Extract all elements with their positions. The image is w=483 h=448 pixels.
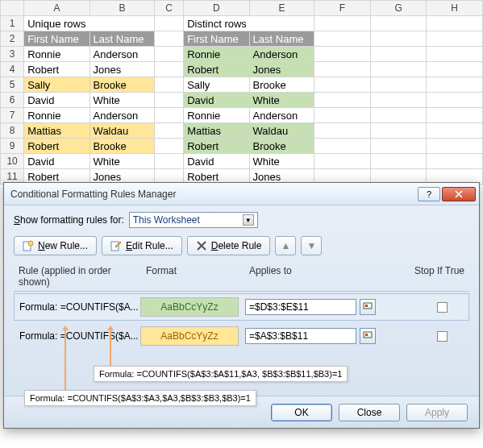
col-header-c[interactable]: C [155,1,184,16]
cell[interactable] [314,93,371,108]
cell[interactable]: Robert [184,139,249,154]
cell[interactable] [427,77,483,93]
header-first[interactable]: First Name [24,31,90,47]
col-header-f[interactable]: F [314,1,371,16]
cell[interactable] [427,93,483,108]
col-header-d[interactable]: D [184,1,249,16]
unique-title[interactable]: Unique rows [24,16,155,31]
cell[interactable] [155,77,184,93]
cell[interactable] [314,108,371,123]
cell[interactable] [370,108,427,123]
col-header-g[interactable]: G [370,1,427,16]
cell[interactable]: Sally [24,77,90,93]
cell[interactable] [155,154,184,169]
cell[interactable] [370,47,427,62]
row-header[interactable]: 5 [1,77,24,93]
help-button[interactable]: ? [418,187,440,201]
row-header[interactable]: 10 [1,154,24,169]
row-header[interactable]: 8 [1,123,24,139]
cell[interactable]: Mattias [184,123,249,139]
new-rule-button[interactable]: New Rule... [14,236,97,255]
row-header[interactable]: 9 [1,139,24,154]
cell[interactable] [155,93,184,108]
cell[interactable] [155,62,184,77]
cell[interactable] [427,139,483,154]
cell[interactable]: Anderson [249,47,314,62]
dialog-titlebar[interactable]: Conditional Formatting Rules Manager ? [4,183,479,205]
cell[interactable]: Ronnie [24,108,90,123]
cell[interactable]: David [184,154,249,169]
row-header[interactable]: 6 [1,93,24,108]
cell[interactable] [370,31,427,47]
cell[interactable] [370,139,427,154]
cell[interactable] [314,31,371,47]
cell[interactable] [427,123,483,139]
cell[interactable] [314,16,371,31]
cell[interactable]: Brooke [90,139,155,154]
cell[interactable]: Robert [184,62,249,77]
cell[interactable]: Brooke [90,77,155,93]
distinct-title[interactable]: Distinct rows [184,16,314,31]
cell[interactable] [370,93,427,108]
cell[interactable] [155,47,184,62]
col-header-a[interactable]: A [24,1,90,16]
cell[interactable] [370,123,427,139]
applies-to-input[interactable]: =$D$3:$E$11 [245,299,356,315]
cell[interactable]: Jones [90,62,155,77]
cell[interactable] [370,62,427,77]
cell[interactable]: Ronnie [184,108,249,123]
cell[interactable]: Brooke [249,77,314,93]
cell[interactable] [155,123,184,139]
cell[interactable]: Robert [24,139,90,154]
cell[interactable] [314,154,371,169]
cell[interactable]: David [24,93,90,108]
scope-dropdown[interactable]: This Worksheet ▼ [129,212,258,228]
delete-rule-button[interactable]: Delete Rule [187,236,271,255]
cell[interactable]: Jones [249,62,314,77]
cell[interactable]: David [24,154,90,169]
cell[interactable] [370,77,427,93]
header-first[interactable]: First Name [184,31,249,47]
cell[interactable] [427,31,483,47]
cell[interactable] [314,62,371,77]
header-last[interactable]: Last Name [249,31,314,47]
cell[interactable] [370,154,427,169]
move-down-button[interactable]: ▼ [301,236,322,255]
col-header-e[interactable]: E [249,1,314,16]
cell[interactable]: White [90,154,155,169]
ok-button[interactable]: OK [271,404,332,421]
cell[interactable]: Waldau [90,123,155,139]
row-header[interactable]: 2 [1,31,24,47]
stop-if-true-checkbox[interactable] [437,331,448,342]
header-last[interactable]: Last Name [90,31,155,47]
move-up-button[interactable]: ▲ [275,236,296,255]
cell[interactable]: Sally [184,77,249,93]
cell[interactable] [155,108,184,123]
cell[interactable]: Waldau [249,123,314,139]
cell[interactable]: White [249,154,314,169]
row-header[interactable]: 4 [1,62,24,77]
cell[interactable]: White [249,93,314,108]
range-picker-icon[interactable] [360,328,376,344]
cell[interactable] [155,16,184,31]
cell[interactable] [314,123,371,139]
spreadsheet-grid[interactable]: A B C D E F G H 1 Unique rows Distinct r… [0,0,483,185]
cell[interactable]: Mattias [24,123,90,139]
rule-row[interactable]: Formula: =COUNTIFS($A...AaBbCcYyZz=$D$3:… [14,293,469,321]
select-all-corner[interactable] [1,1,24,16]
row-header[interactable]: 1 [1,16,24,31]
cell[interactable]: Anderson [90,108,155,123]
cell[interactable]: Anderson [249,108,314,123]
cell[interactable]: Anderson [90,47,155,62]
cell[interactable] [155,31,184,47]
apply-button[interactable]: Apply [406,404,468,421]
cell[interactable] [427,16,483,31]
stop-if-true-checkbox[interactable] [437,302,448,313]
row-header[interactable]: 7 [1,108,24,123]
cell[interactable]: Brooke [249,139,314,154]
cell[interactable]: Ronnie [24,47,90,62]
cell[interactable] [427,62,483,77]
rule-row[interactable]: Formula: =COUNTIFS($A...AaBbCcYyZz=$A$3:… [14,322,469,350]
cell[interactable]: Robert [24,62,90,77]
cell[interactable] [155,139,184,154]
